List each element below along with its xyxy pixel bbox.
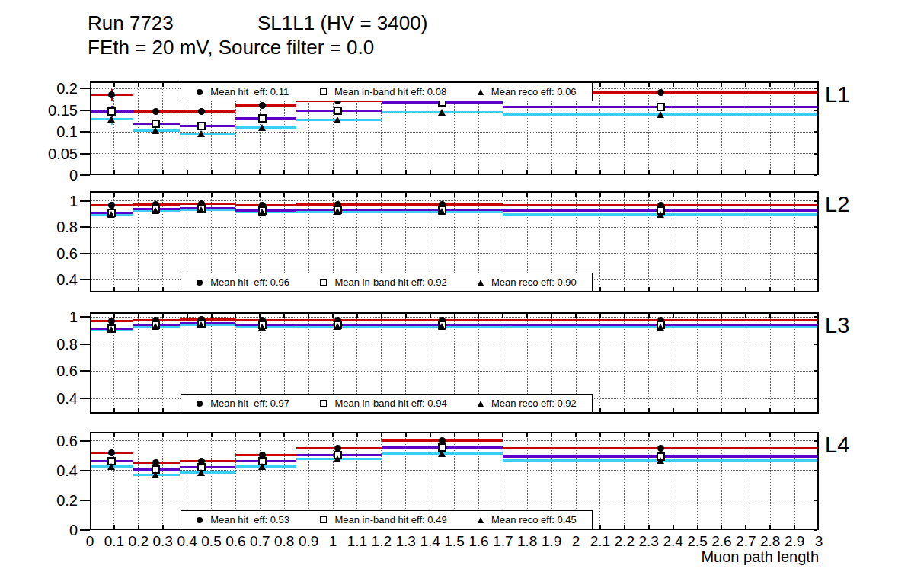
marker-triangle	[657, 211, 664, 218]
series-segment-hit	[180, 318, 235, 321]
legend-square-icon	[320, 279, 327, 286]
x-tick-bottom	[162, 287, 164, 291]
x-tick-bottom	[624, 408, 625, 412]
x-tick-bottom	[308, 170, 309, 174]
x-gridline	[138, 81, 139, 175]
series-segment-hit	[235, 104, 296, 107]
x-gridline	[770, 81, 771, 175]
x-gridline	[746, 432, 746, 530]
y-gridline	[90, 344, 819, 344]
y-tick-inner	[814, 174, 817, 176]
y-tick	[80, 470, 90, 471]
series-segment-inband	[180, 466, 235, 468]
x-tick-top	[794, 83, 795, 87]
x-tick-top	[551, 433, 552, 437]
x-tick-bottom	[138, 287, 139, 291]
y-tick	[80, 529, 90, 531]
y-tick-inner	[814, 200, 817, 202]
marker-square	[107, 107, 116, 116]
x-tick-top	[113, 314, 115, 318]
x-tick-top	[648, 314, 650, 318]
x-gridline	[648, 432, 649, 530]
y-tick	[80, 153, 90, 155]
marker-circle	[152, 108, 159, 115]
x-tick-bottom	[697, 408, 698, 412]
x-tick-bottom	[769, 408, 771, 412]
x-tick-top	[283, 433, 285, 437]
x-tick-bottom	[794, 408, 795, 412]
legend-label: Mean hit eff: 0.96	[210, 276, 289, 288]
x-tick-top	[430, 193, 431, 197]
legend-item: Mean in-band hit eff: 0.92	[320, 276, 446, 288]
y-gridline	[90, 253, 819, 254]
x-tick-bottom	[162, 408, 164, 412]
marker-square	[334, 107, 342, 115]
x-tick-bottom	[526, 170, 528, 174]
y-tick-label: 0.6	[12, 363, 78, 380]
legend-label: Mean reco eff: 0.92	[491, 398, 577, 409]
x-tick-bottom	[405, 170, 407, 174]
x-tick-bottom	[138, 170, 139, 174]
x-tick-top	[138, 193, 139, 197]
y-tick-label: 0.4	[12, 271, 78, 289]
x-gridline	[746, 81, 746, 175]
x-tick-top	[721, 193, 722, 197]
x-tick-top	[502, 193, 503, 197]
x-tick-bottom	[283, 170, 285, 174]
x-gridline	[624, 191, 625, 292]
marker-triangle	[657, 457, 664, 464]
x-gridline	[673, 191, 673, 292]
x-tick-top	[624, 433, 625, 437]
x-tick-top	[308, 193, 309, 197]
y-tick	[80, 440, 90, 442]
x-tick-bottom	[356, 170, 358, 174]
x-tick-bottom	[745, 525, 746, 529]
y-tick-label: 1	[12, 308, 78, 326]
legend-item: Mean reco eff: 0.45	[478, 514, 577, 526]
series-segment-hit	[180, 110, 235, 113]
x-tick-top	[478, 314, 479, 318]
marker-triangle	[197, 469, 205, 476]
x-tick-top	[381, 433, 382, 437]
legend-item: Mean hit eff: 0.97	[197, 398, 289, 409]
x-tick-top	[405, 314, 407, 318]
y-gridline	[90, 371, 819, 372]
legend-label: Mean in-band hit eff: 0.49	[334, 514, 446, 526]
x-tick-bottom	[673, 408, 674, 412]
marker-triangle	[438, 323, 446, 330]
y-tick-label: 0.6	[12, 245, 78, 263]
legend-label: Mean reco eff: 0.90	[491, 276, 577, 288]
marker-square	[197, 122, 206, 130]
series-segment-hit	[180, 203, 235, 205]
x-tick-bottom	[162, 170, 164, 174]
title-chamber: SL1L1 (HV = 3400)	[257, 11, 427, 35]
y-tick	[80, 279, 90, 280]
y-tick	[80, 344, 90, 345]
y-gridline	[90, 153, 819, 154]
marker-triangle	[107, 463, 115, 470]
x-tick-top	[113, 433, 115, 437]
marker-triangle	[197, 206, 205, 213]
x-gridline	[794, 191, 795, 292]
legend-L1: Mean hit eff: 0.11Mean in-band hit eff: …	[181, 82, 593, 101]
x-tick-top	[162, 83, 164, 87]
legend-circle-icon	[197, 280, 203, 286]
x-tick-bottom	[721, 170, 722, 174]
marker-triangle	[197, 130, 205, 137]
x-tick-bottom	[113, 287, 115, 291]
legend-item: Mean in-band hit eff: 0.49	[320, 514, 446, 526]
x-tick-bottom	[332, 170, 334, 174]
x-tick-top	[332, 193, 334, 197]
marker-triangle	[107, 116, 115, 123]
marker-circle	[108, 449, 115, 456]
y-tick-label: 0.4	[12, 390, 78, 407]
legend-square-icon	[320, 88, 327, 95]
x-tick-bottom	[697, 287, 698, 291]
y-tick	[80, 131, 90, 133]
legend-L3: Mean hit eff: 0.97Mean in-band hit eff: …	[181, 394, 593, 413]
y-tick-inner	[814, 226, 817, 228]
y-tick	[80, 398, 90, 399]
x-tick-bottom	[721, 408, 722, 412]
x-gridline	[770, 191, 771, 292]
x-tick-bottom	[235, 170, 236, 174]
